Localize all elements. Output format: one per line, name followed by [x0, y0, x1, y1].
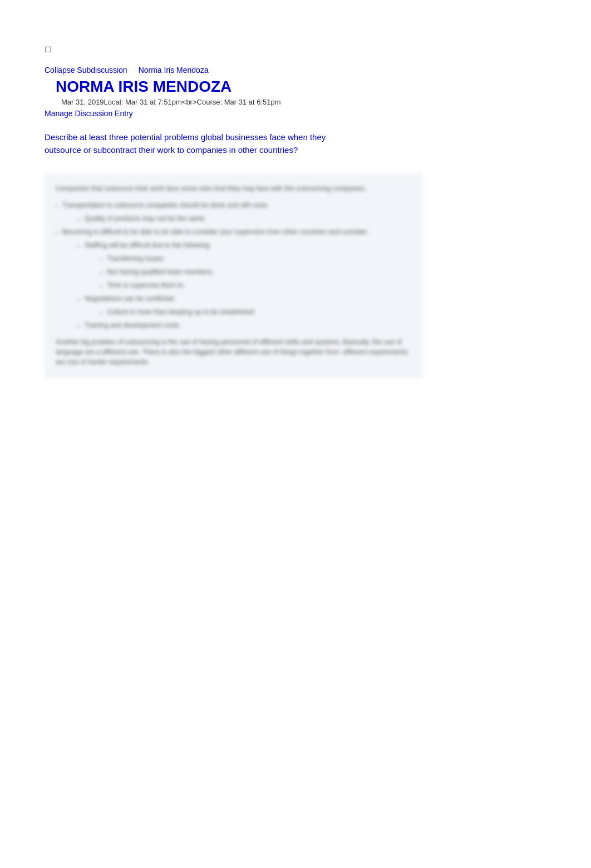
list-item: ▪ Transferring issues. — [56, 255, 412, 262]
bullet-icon: ▪ — [100, 309, 102, 316]
list-item: ▪ Staffing will be difficult due to the … — [56, 241, 412, 249]
question-text: Describe at least three potential proble… — [45, 131, 356, 156]
bullet-icon: ▪ — [78, 296, 80, 302]
blurred-intro: Companies that outsource their work face… — [56, 184, 412, 194]
timestamp: Mar 31, 2019Local: Mar 31 at 7:51pm<br>C… — [45, 98, 546, 106]
bullet-icon: ▪ — [78, 216, 80, 222]
list-item: ▪ Negotiations can be conflicted. — [56, 295, 412, 302]
bullet-icon: ▪ — [100, 256, 102, 262]
bullet-icon: ▪ — [78, 323, 80, 329]
collapse-subdiscussion-link[interactable]: Collapse Subdiscussion — [45, 66, 127, 75]
blurred-footer: Another big problem of outsourcing is th… — [56, 337, 412, 367]
author-name: NORMA IRIS MENDOZA — [45, 78, 546, 96]
list-item: ▪ Time to supervise them to. — [56, 281, 412, 289]
manage-discussion-entry-link[interactable]: Manage Discussion Entry — [45, 109, 133, 118]
page-container: ☐ Collapse Subdiscussion Norma Iris Mend… — [0, 11, 591, 411]
list-item: ▪ Transportation to outsource companies … — [56, 201, 412, 209]
bullet-icon: ▪ — [78, 242, 80, 249]
list-item: ▪ Not having qualified team members. — [56, 268, 412, 276]
list-item: ▪ Training and development costs. — [56, 321, 412, 329]
list-item: ▪ Becoming is difficult to be able to be… — [56, 228, 412, 236]
bullet-icon: ▪ — [100, 282, 102, 289]
bullet-icon: ▪ — [56, 229, 58, 236]
list-item: ▪ Quality of products may not be the sam… — [56, 215, 412, 222]
bullet-icon: ▪ — [56, 202, 58, 209]
blurred-content-area: Companies that outsource their work face… — [45, 173, 423, 378]
discussion-header: Collapse Subdiscussion Norma Iris Mendoz… — [45, 66, 546, 127]
list-item: ▪ Culture is more than keeping up to be … — [56, 308, 412, 316]
blurred-list: ▪ Transportation to outsource companies … — [56, 201, 412, 329]
bullet-icon: ▪ — [100, 269, 102, 276]
author-link[interactable]: Norma Iris Mendoza — [139, 66, 209, 75]
checkbox-icon[interactable]: ☐ — [45, 45, 52, 54]
header-links: Collapse Subdiscussion Norma Iris Mendoz… — [45, 66, 546, 75]
checkbox-area: ☐ — [45, 44, 546, 54]
